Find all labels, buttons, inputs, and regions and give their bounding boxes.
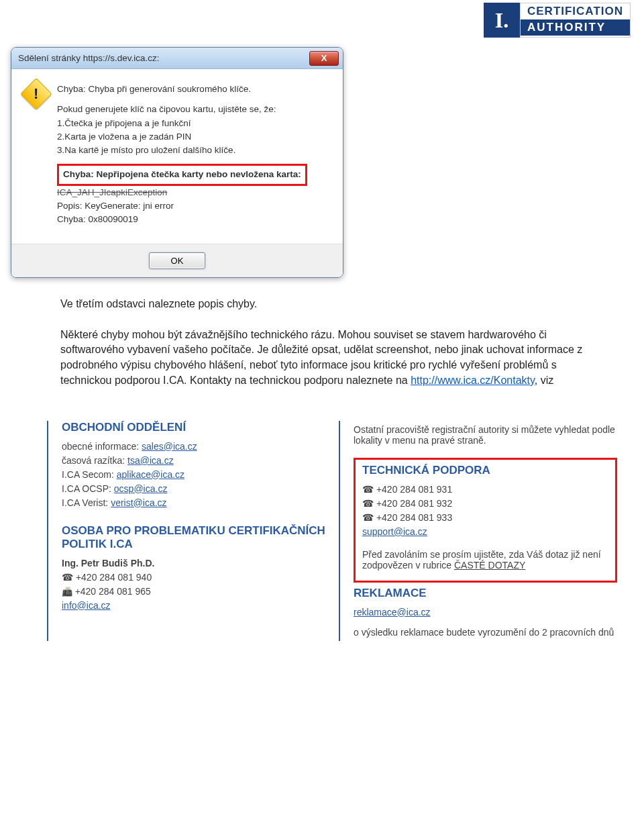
- paragraph-2: Některé chyby mohou být závažnějšího tec…: [60, 328, 584, 389]
- dialog-window: Sdělení stránky https://s.dev.ica.cz: X …: [11, 47, 343, 278]
- logo-line1: CERTIFICATION: [521, 3, 630, 19]
- policies-fax: +420 284 081 965: [62, 586, 325, 597]
- tech-support-note: Před zavoláním se prosím ujistěte, zda V…: [362, 549, 608, 571]
- error-details: ICA_JAH_JIcapkiException Popis: KeyGener…: [57, 186, 307, 227]
- dialog-message: Chyba: Chyba při generování soukromého k…: [57, 83, 307, 233]
- contacts-right-column: Ostatní pracoviště registrační autority …: [339, 421, 617, 641]
- secom-email-link[interactable]: aplikace@ica.cz: [117, 469, 184, 480]
- logo-text: CERTIFICATION AUTHORITY: [520, 3, 631, 38]
- close-icon: X: [321, 53, 327, 63]
- contacts-section: OBCHODNÍ ODDĚLENÍ obecné informace: sale…: [47, 421, 617, 641]
- document-body-text: Ve třetím odstavci naleznete popis chyby…: [60, 297, 584, 388]
- verist-email-link[interactable]: verist@ica.cz: [111, 497, 166, 508]
- ok-button[interactable]: OK: [149, 252, 205, 269]
- dialog-body: ! Chyba: Chyba při generování soukromého…: [11, 69, 343, 244]
- warning-icon: !: [20, 78, 52, 110]
- ocsp-email-link[interactable]: ocsp@ica.cz: [114, 483, 168, 494]
- dialog-screenshot: Sdělení stránky https://s.dev.ica.cz: X …: [0, 0, 644, 278]
- logo-line2: AUTHORITY: [521, 19, 630, 36]
- faq-link[interactable]: ČASTÉ DOTAZY: [454, 560, 525, 571]
- policies-person-block: OSOBA PRO PROBLEMATIKU CERTIFIKAČNÍCH PO…: [62, 524, 325, 611]
- sales-block: OBCHODNÍ ODDĚLENÍ obecné informace: sale…: [62, 421, 325, 508]
- complaints-email-link[interactable]: reklamace@ica.cz: [354, 607, 431, 618]
- tech-phone-3: +420 284 081 933: [362, 512, 608, 523]
- info-email-link[interactable]: info@ica.cz: [62, 600, 111, 611]
- highlighted-error: Chyba: Nepřipojena čtečka karty nebo nev…: [57, 164, 307, 185]
- card-info: Pokud generujete klíč na čipovou kartu, …: [57, 103, 307, 157]
- other-workplaces-note: Ostatní pracoviště registrační autority …: [354, 424, 617, 446]
- tsa-email-link[interactable]: tsa@ica.cz: [127, 455, 174, 466]
- paragraph-1: Ve třetím odstavci naleznete popis chyby…: [60, 297, 584, 312]
- error-heading: Chyba: Chyba při generování soukromého k…: [57, 83, 307, 96]
- brand-logo: I. CERTIFICATION AUTHORITY: [484, 3, 631, 38]
- tech-phone-2: +420 284 081 932: [362, 498, 608, 509]
- dialog-title: Sdělení stránky https://s.dev.ica.cz:: [18, 53, 160, 63]
- policies-phone: +420 284 081 940: [62, 572, 325, 583]
- tech-support-heading: TECHNICKÁ PODPORA: [362, 464, 608, 477]
- logo-mark: I.: [484, 3, 520, 38]
- dialog-footer: OK: [11, 244, 343, 277]
- policies-heading: OSOBA PRO PROBLEMATIKU CERTIFIKAČNÍCH PO…: [62, 524, 325, 551]
- tech-phone-1: +420 284 081 931: [362, 484, 608, 495]
- support-contacts-link[interactable]: http://www.ica.cz/Kontakty: [411, 375, 535, 386]
- contacts-left-column: OBCHODNÍ ODDĚLENÍ obecné informace: sale…: [47, 421, 325, 641]
- tech-support-highlight: TECHNICKÁ PODPORA +420 284 081 931 +420 …: [354, 458, 617, 583]
- sales-email-link[interactable]: sales@ica.cz: [142, 441, 197, 452]
- policies-person-name: Ing. Petr Budiš Ph.D.: [62, 558, 154, 569]
- sales-heading: OBCHODNÍ ODDĚLENÍ: [62, 421, 325, 434]
- dialog-titlebar: Sdělení stránky https://s.dev.ica.cz: X: [11, 48, 343, 69]
- support-email-link[interactable]: support@ica.cz: [362, 526, 427, 537]
- close-button[interactable]: X: [309, 51, 339, 66]
- complaints-note: o výsledku reklamace budete vyrozumění d…: [354, 627, 617, 638]
- complaints-heading: REKLAMACE: [354, 587, 617, 600]
